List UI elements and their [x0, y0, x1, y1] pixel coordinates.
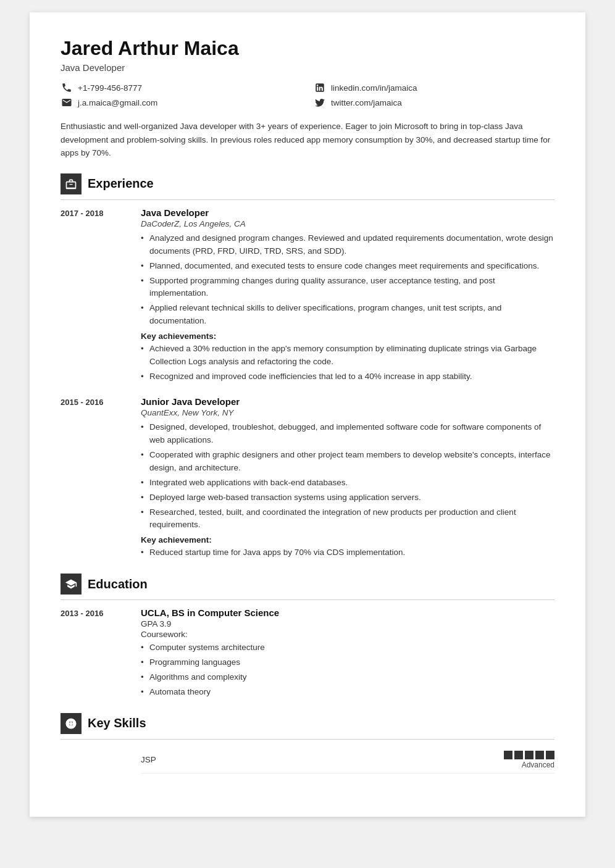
job1-achievements: Achieved a 30% reduction in the app's me… — [141, 343, 554, 383]
skill1-dot-2 — [514, 751, 523, 759]
course-1: Computer systems architecture — [141, 641, 554, 654]
contact-email: j.a.maica@gmail.com — [61, 96, 301, 109]
phone-icon — [61, 81, 73, 94]
job2-key-achievements-label: Key achievement: — [141, 535, 554, 545]
skills-entry: JSP Advanced — [61, 747, 554, 774]
resume-container: Jared Arthur Maica Java Developer +1-799… — [30, 12, 585, 817]
experience-header: Experience — [61, 173, 554, 200]
contact-twitter: twitter.com/jamaica — [314, 96, 554, 109]
job1-company: DaCoderZ, Los Angeles, CA — [141, 219, 554, 228]
job2-bullet-1: Designed, developed, troubleshot, debugg… — [141, 421, 554, 447]
skills-section: Key Skills JSP Advanced — [61, 713, 554, 774]
candidate-title: Java Developer — [61, 62, 554, 73]
job-entry-2: 2015 - 2016 Junior Java Developer QuantE… — [61, 396, 554, 561]
skill1-dots — [504, 751, 554, 759]
email-value: j.a.maica@gmail.com — [78, 98, 157, 107]
skill1-dot-5 — [546, 751, 554, 759]
contact-phone: +1-799-456-8777 — [61, 81, 301, 94]
education-title: Education — [88, 577, 148, 591]
email-icon — [61, 96, 73, 109]
skills-icon — [61, 713, 82, 734]
course-4: Automata theory — [141, 686, 554, 699]
linkedin-value: linkedin.com/in/jamaica — [331, 83, 417, 93]
skills-header: Key Skills — [61, 713, 554, 740]
job1-achievement-1: Achieved a 30% reduction in the app's me… — [141, 343, 554, 369]
edu1-courses: Computer systems architecture Programmin… — [141, 641, 554, 699]
job2-bullets: Designed, developed, troubleshot, debugg… — [141, 421, 554, 532]
skill-row-1: JSP Advanced — [141, 747, 554, 774]
course-3: Algorithms and complexity — [141, 671, 554, 684]
phone-value: +1-799-456-8777 — [78, 83, 142, 93]
education-section: Education 2013 - 2016 UCLA, BS in Comput… — [61, 574, 554, 701]
job2-achievements: Reduced startup time for Java apps by 70… — [141, 546, 554, 559]
job2-bullet-2: Cooperated with graphic designers and ot… — [141, 449, 554, 475]
edu1-coursework-label: Coursework: — [141, 630, 554, 639]
job2-dates: 2015 - 2016 — [61, 396, 135, 561]
job1-bullet-4: Applied relevant technical skills to del… — [141, 302, 554, 328]
skill1-dot-1 — [504, 751, 512, 759]
skill1-dot-3 — [525, 751, 533, 759]
job2-content: Junior Java Developer QuantExx, New York… — [141, 396, 554, 561]
job2-company: QuantExx, New York, NY — [141, 408, 554, 417]
skill1-right: Advanced — [504, 751, 554, 769]
job1-bullet-1: Analyzed and designed program changes. R… — [141, 232, 554, 258]
experience-section: Experience 2017 - 2018 Java Developer Da… — [61, 173, 554, 562]
job2-achievement-1: Reduced startup time for Java apps by 70… — [141, 546, 554, 559]
job2-bullet-3: Integrated web applications with back-en… — [141, 477, 554, 490]
summary: Enthusiastic and well-organized Java dev… — [61, 120, 554, 160]
candidate-name: Jared Arthur Maica — [61, 37, 554, 60]
skill1-level: Advanced — [511, 761, 554, 769]
job1-content: Java Developer DaCoderZ, Los Angeles, CA… — [141, 207, 554, 385]
job1-dates: 2017 - 2018 — [61, 207, 135, 385]
job1-achievement-2: Recognized and improved code inefficienc… — [141, 370, 554, 383]
edu1-dates: 2013 - 2016 — [61, 607, 135, 701]
header: Jared Arthur Maica Java Developer — [61, 37, 554, 73]
job1-role: Java Developer — [141, 207, 554, 218]
skills-list: JSP Advanced — [141, 747, 554, 774]
job2-bullet-5: Researched, tested, built, and coordinat… — [141, 506, 554, 532]
twitter-icon — [314, 96, 326, 109]
experience-icon — [61, 173, 82, 194]
skill1-name: JSP — [141, 755, 156, 764]
job2-bullet-4: Deployed large web-based transaction sys… — [141, 491, 554, 504]
job-entry-1: 2017 - 2018 Java Developer DaCoderZ, Los… — [61, 207, 554, 385]
twitter-value: twitter.com/jamaica — [331, 98, 402, 107]
skill1-dot-4 — [535, 751, 544, 759]
contact-grid: +1-799-456-8777 linkedin.com/in/jamaica … — [61, 81, 554, 109]
edu1-degree: UCLA, BS in Computer Science — [141, 607, 554, 618]
course-2: Programming languages — [141, 656, 554, 669]
job1-bullet-3: Supported programming changes during qua… — [141, 275, 554, 301]
svg-rect-0 — [70, 184, 73, 185]
edu1-gpa: GPA 3.9 — [141, 619, 554, 628]
job1-bullets: Analyzed and designed program changes. R… — [141, 232, 554, 328]
experience-title: Experience — [88, 177, 154, 191]
job1-key-achievements-label: Key achievements: — [141, 332, 554, 341]
job1-bullet-2: Planned, documented, and executed tests … — [141, 260, 554, 273]
job2-role: Junior Java Developer — [141, 396, 554, 407]
education-header: Education — [61, 574, 554, 600]
skills-title: Key Skills — [88, 716, 146, 730]
contact-linkedin: linkedin.com/in/jamaica — [314, 81, 554, 94]
linkedin-icon — [314, 81, 326, 94]
education-icon — [61, 574, 82, 595]
education-entry-1: 2013 - 2016 UCLA, BS in Computer Science… — [61, 607, 554, 701]
edu1-content: UCLA, BS in Computer Science GPA 3.9 Cou… — [141, 607, 554, 701]
